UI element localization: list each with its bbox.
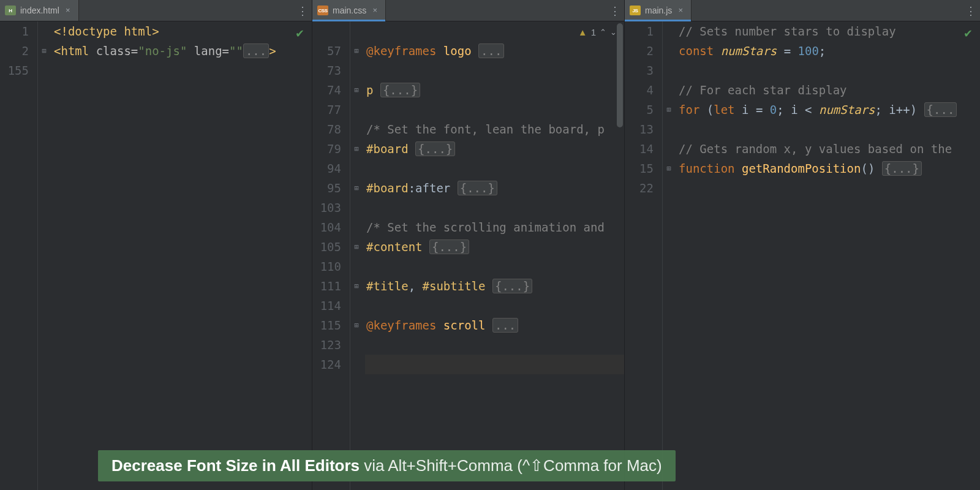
tip-overlay: Decrease Font Size in All Editors via Al… — [98, 450, 676, 481]
code-area[interactable]: // Sets number stars to displayconst num… — [677, 21, 980, 490]
fold-toggle-icon[interactable]: ⊞ — [352, 184, 361, 192]
tab-label: main.css — [333, 6, 366, 15]
gutter: 5773747778799495103104105110111114115123… — [312, 21, 350, 490]
tabbar-js: JS main.js × ⋮ — [625, 0, 980, 21]
tab-label: main.js — [645, 6, 672, 15]
tab-index-html[interactable]: H index.html × — [0, 0, 79, 21]
fold-toggle-icon[interactable]: ⊞ — [665, 105, 673, 114]
gutter: 12155 — [0, 21, 38, 490]
css-file-icon: CSS — [317, 6, 328, 15]
tab-label: index.html — [20, 6, 59, 15]
fold-toggle-icon[interactable]: ⊞ — [665, 164, 673, 173]
code-area[interactable]: @keyframes logo ... p {...} /* Set the f… — [365, 21, 624, 490]
js-file-icon: JS — [630, 6, 641, 15]
gutter: 1234513141522 — [625, 21, 663, 490]
tab-menu-button[interactable]: ⋮ — [293, 0, 312, 21]
close-icon[interactable]: × — [371, 6, 379, 15]
inspection-status[interactable]: ✔ — [295, 27, 304, 40]
fold-toggle-icon[interactable]: ⊞ — [352, 145, 361, 153]
html-file-icon: H — [5, 6, 16, 15]
tip-action: Decrease Font Size in All Editors — [111, 456, 360, 475]
fold-column: ⊞ — [38, 21, 53, 490]
fold-toggle-icon[interactable]: ⊞ — [352, 243, 361, 251]
close-icon[interactable]: × — [676, 6, 685, 15]
editor-css[interactable]: 5773747778799495103104105110111114115123… — [312, 21, 624, 490]
code-area[interactable]: <!doctype html><html class="no-js" lang=… — [53, 21, 312, 490]
fold-toggle-icon[interactable]: ⊞ — [352, 282, 361, 290]
scrollbar-vertical[interactable] — [617, 23, 623, 127]
tabbar-css: CSS main.css × ⋮ — [312, 0, 624, 21]
ok-check-icon: ✔ — [963, 27, 973, 40]
warning-count: 1 — [591, 27, 596, 37]
inspection-status[interactable]: ✔ — [963, 27, 973, 40]
fold-toggle-icon[interactable]: ⊞ — [352, 321, 361, 330]
fold-column: ⊞⊞⊞⊞⊞⊞⊞ — [350, 21, 365, 490]
editor-js[interactable]: 1234513141522 ⊞⊞ // Sets number stars to… — [625, 21, 980, 490]
pane-js: JS main.js × ⋮ 1234513141522 ⊞⊞ // Sets … — [625, 0, 980, 490]
prev-highlight-icon[interactable]: ⌃ — [600, 28, 606, 37]
pane-html: H index.html × ⋮ 12155 ⊞ <!doctype html>… — [0, 0, 312, 490]
tab-menu-button[interactable]: ⋮ — [606, 0, 624, 21]
tip-shortcut: via Alt+Shift+Comma (^⇧Comma for Mac) — [360, 456, 662, 475]
inspection-status[interactable]: ▲ 1 ⌃ ⌄ — [578, 27, 617, 37]
pane-css: CSS main.css × ⋮ 57737477787994951031041… — [312, 0, 625, 490]
next-highlight-icon[interactable]: ⌄ — [610, 28, 617, 37]
tab-main-css[interactable]: CSS main.css × — [312, 0, 386, 21]
editor-split: H index.html × ⋮ 12155 ⊞ <!doctype html>… — [0, 0, 980, 490]
fold-column: ⊞⊞ — [663, 21, 677, 490]
fold-toggle-icon[interactable]: ⊞ — [40, 47, 48, 55]
ok-check-icon: ✔ — [295, 27, 304, 40]
tabbar-html: H index.html × ⋮ — [0, 0, 312, 21]
editor-html[interactable]: 12155 ⊞ <!doctype html><html class="no-j… — [0, 21, 312, 490]
tab-menu-button[interactable]: ⋮ — [962, 0, 980, 21]
tab-main-js[interactable]: JS main.js × — [625, 0, 692, 21]
close-icon[interactable]: × — [64, 6, 72, 15]
warning-icon: ▲ — [578, 27, 587, 37]
fold-toggle-icon[interactable]: ⊞ — [352, 47, 361, 55]
fold-toggle-icon[interactable]: ⊞ — [352, 86, 361, 94]
